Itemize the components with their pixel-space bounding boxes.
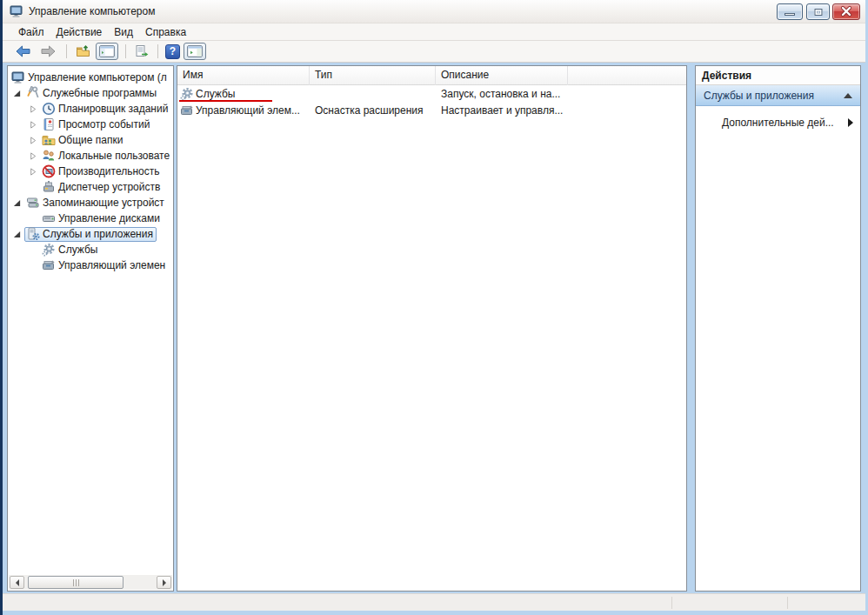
tree-item-label: Управляющий элемен xyxy=(58,259,165,271)
tree-item-event-viewer[interactable]: Просмотр событий xyxy=(8,117,173,132)
services-apps-icon xyxy=(26,227,40,241)
close-icon xyxy=(833,4,859,19)
list-cell-description: Настраивает и управля... xyxy=(436,104,568,117)
horizontal-scrollbar[interactable] xyxy=(9,575,172,590)
toolbar-separator xyxy=(125,44,126,58)
expander-collapsed-icon[interactable] xyxy=(25,137,40,144)
expander-collapsed-icon[interactable] xyxy=(25,168,40,176)
folder-up-icon xyxy=(76,44,90,58)
system-tools-icon xyxy=(26,86,40,100)
tree-item-label: Служебные программы xyxy=(43,87,157,99)
tree-item-label: Службы xyxy=(58,244,97,256)
tree-item-label: Службы и приложения xyxy=(43,228,153,240)
tree-item-task-scheduler[interactable]: Планировщик заданий xyxy=(8,101,173,117)
list-cell-name: Управляющий элем... xyxy=(196,104,300,117)
scroll-right-icon xyxy=(163,579,166,586)
column-header-description[interactable]: Описание xyxy=(436,66,568,85)
tree-item-label: Просмотр событий xyxy=(58,118,150,130)
tree-item-services[interactable]: Службы xyxy=(8,242,173,257)
actions-section-label: Службы и приложения xyxy=(704,90,844,102)
tree-item-disk-management[interactable]: Управление дисками xyxy=(8,211,173,226)
task-scheduler-icon xyxy=(42,102,56,116)
tree-item-performance[interactable]: Производительность xyxy=(8,164,173,179)
local-users-icon xyxy=(42,149,56,163)
app-icon xyxy=(10,4,23,18)
menu-help[interactable]: Справка xyxy=(139,23,192,41)
list-cell-type: Оснастка расширения xyxy=(310,104,436,117)
list-row-wmi-control[interactable]: Управляющий элем... Оснастка расширения … xyxy=(177,102,686,118)
status-separator xyxy=(787,597,788,609)
export-list-button[interactable] xyxy=(133,43,150,60)
tree-item-label: Запоминающие устройст xyxy=(43,197,164,209)
scrollbar-grip-icon xyxy=(76,579,77,586)
services-gear-icon xyxy=(180,87,194,101)
scrollbar-thumb[interactable] xyxy=(28,576,124,589)
wmi-control-icon xyxy=(42,258,56,272)
back-button[interactable] xyxy=(12,43,34,60)
console-tree: Управление компьютером (л Служебные прог… xyxy=(8,66,173,273)
expander-expanded-icon[interactable] xyxy=(10,199,24,207)
collapse-arrow-icon[interactable] xyxy=(844,93,852,98)
disk-management-icon xyxy=(42,211,56,225)
help-button[interactable]: ? xyxy=(165,44,180,59)
up-level-button[interactable] xyxy=(74,43,92,60)
actions-section-header[interactable]: Службы и приложения xyxy=(696,85,860,106)
tree-item-device-manager[interactable]: Диспетчер устройств xyxy=(8,179,173,195)
tree-item-computer-management[interactable]: Управление компьютером (л xyxy=(8,70,173,85)
restore-button[interactable] xyxy=(806,3,830,20)
tree-item-storage[interactable]: Запоминающие устройст xyxy=(8,195,173,211)
list-row-services[interactable]: Службы Запуск, остановка и на... xyxy=(177,85,686,102)
status-bar xyxy=(3,593,865,611)
menu-action[interactable]: Действие xyxy=(50,23,109,41)
status-separator xyxy=(671,597,672,609)
window-frame-edge xyxy=(0,0,3,615)
minimize-icon xyxy=(785,13,795,16)
list-cell-name: Службы xyxy=(196,88,235,100)
toolbar-separator xyxy=(66,44,67,58)
menu-file[interactable]: Файл xyxy=(12,23,50,41)
scroll-right-button[interactable] xyxy=(157,576,171,589)
more-actions-item[interactable]: Дополнительные дей... xyxy=(696,117,860,129)
tree-item-label: Планировщик заданий xyxy=(58,103,168,115)
services-gear-icon xyxy=(42,243,56,257)
more-actions-label: Дополнительные дей... xyxy=(722,117,848,129)
selected-tree-item[interactable]: Службы и приложения xyxy=(24,227,157,242)
computer-management-window: Управление компьютером Файл Действие Вид… xyxy=(0,0,868,615)
tree-item-shared-folders[interactable]: Общие папки xyxy=(8,132,173,148)
computer-icon xyxy=(11,70,25,84)
performance-icon xyxy=(42,164,56,178)
scroll-left-button[interactable] xyxy=(10,576,24,589)
shared-folders-icon xyxy=(42,133,56,147)
column-header-empty[interactable] xyxy=(568,66,686,85)
menu-view[interactable]: Вид xyxy=(108,23,139,41)
list-header: Имя Тип Описание xyxy=(177,66,686,85)
title-bar[interactable]: Управление компьютером xyxy=(3,0,865,23)
wmi-control-icon xyxy=(180,104,194,117)
expander-expanded-icon[interactable] xyxy=(10,231,24,238)
tree-item-label: Управление дисками xyxy=(58,212,160,224)
action-pane-toggle-button[interactable] xyxy=(184,43,206,60)
tree-item-system-tools[interactable]: Служебные программы xyxy=(8,85,173,101)
close-button[interactable] xyxy=(832,3,860,20)
column-header-type[interactable]: Тип xyxy=(310,66,436,85)
tree-item-label: Управление компьютером (л xyxy=(28,71,167,84)
console-tree-toggle-button[interactable] xyxy=(96,43,118,60)
tree-item-local-users[interactable]: Локальные пользовате xyxy=(8,148,173,164)
expander-expanded-icon[interactable] xyxy=(10,90,24,97)
toolbar: ? xyxy=(3,41,865,63)
tree-item-wmi-control[interactable]: Управляющий элемен xyxy=(8,257,173,273)
expander-collapsed-icon[interactable] xyxy=(25,105,40,113)
tree-item-label: Общие папки xyxy=(58,134,123,146)
actions-panel: Действия Службы и приложения Дополнитель… xyxy=(695,65,861,592)
tree-item-services-apps[interactable]: Службы и приложения xyxy=(8,226,173,242)
list-export-icon xyxy=(135,44,149,58)
minimize-button[interactable] xyxy=(777,3,803,20)
device-manager-icon xyxy=(42,180,56,194)
window-title: Управление компьютером xyxy=(29,5,155,17)
column-header-name[interactable]: Имя xyxy=(177,66,310,85)
actions-title: Действия xyxy=(696,66,860,85)
expander-collapsed-icon[interactable] xyxy=(25,152,40,160)
toolbar-separator xyxy=(157,44,158,58)
forward-button[interactable] xyxy=(37,43,59,60)
expander-collapsed-icon[interactable] xyxy=(25,121,40,129)
